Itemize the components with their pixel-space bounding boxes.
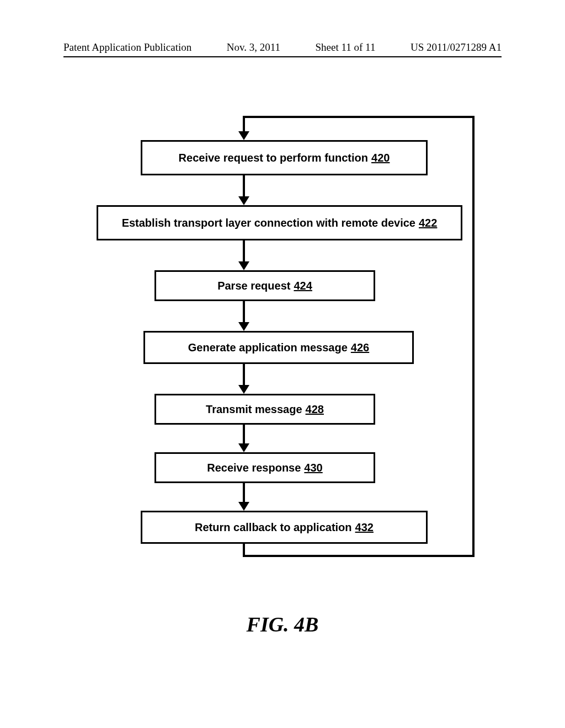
step-label: Parse request bbox=[217, 280, 290, 292]
step-label: Generate application message bbox=[188, 341, 348, 354]
step-label: Return callback to application bbox=[195, 521, 352, 534]
publication-label: Patent Application Publication bbox=[63, 41, 191, 53]
step-receive-request: Receive request to perform function 420 bbox=[141, 140, 428, 175]
loopback-entry-stem bbox=[243, 116, 245, 132]
step-ref: 432 bbox=[355, 521, 374, 534]
arrow-3-4-head bbox=[238, 322, 249, 331]
arrow-5-6-head bbox=[238, 443, 249, 452]
step-label: Receive request to perform function bbox=[179, 152, 368, 164]
arrow-5-6-stem bbox=[243, 425, 245, 445]
publication-number: US 2011/0271289 A1 bbox=[411, 41, 502, 53]
step-label: Establish transport layer connection wit… bbox=[122, 217, 415, 229]
step-parse-request: Parse request 424 bbox=[154, 270, 375, 301]
step-ref: 420 bbox=[371, 152, 390, 164]
arrow-6-7-stem bbox=[243, 483, 245, 503]
sheet-number: Sheet 11 of 11 bbox=[316, 41, 376, 53]
step-receive-response: Receive response 430 bbox=[154, 452, 375, 483]
loopback-top-segment bbox=[243, 116, 475, 118]
arrow-4-5-head bbox=[238, 385, 249, 394]
step-ref: 426 bbox=[351, 341, 369, 354]
step-generate-message: Generate application message 426 bbox=[143, 331, 414, 364]
page-header: Patent Application Publication Nov. 3, 2… bbox=[63, 41, 502, 56]
step-label: Receive response bbox=[207, 462, 301, 474]
publication-date: Nov. 3, 2011 bbox=[227, 41, 280, 53]
loopback-exit-stem bbox=[243, 544, 245, 557]
step-label: Transmit message bbox=[206, 403, 302, 416]
arrow-2-3-head bbox=[238, 261, 249, 270]
arrow-6-7-head bbox=[238, 502, 249, 511]
arrow-2-3-stem bbox=[243, 240, 245, 263]
header-rule bbox=[63, 56, 502, 57]
step-ref: 422 bbox=[419, 217, 437, 229]
loopback-right-segment bbox=[472, 116, 475, 557]
arrow-1-2-head bbox=[238, 196, 249, 205]
arrow-1-2-stem bbox=[243, 175, 245, 197]
loopback-entry-arrowhead bbox=[238, 131, 249, 140]
step-transmit-message: Transmit message 428 bbox=[154, 394, 375, 425]
step-establish-transport: Establish transport layer connection wit… bbox=[97, 205, 462, 240]
figure-label: FIG. 4B bbox=[247, 612, 319, 636]
loopback-bottom-segment bbox=[243, 555, 475, 557]
arrow-3-4-stem bbox=[243, 301, 245, 323]
arrow-4-5-stem bbox=[243, 364, 245, 386]
step-ref: 428 bbox=[306, 403, 324, 416]
step-ref: 424 bbox=[294, 280, 312, 292]
step-return-callback: Return callback to application 432 bbox=[141, 511, 428, 544]
step-ref: 430 bbox=[304, 462, 322, 474]
